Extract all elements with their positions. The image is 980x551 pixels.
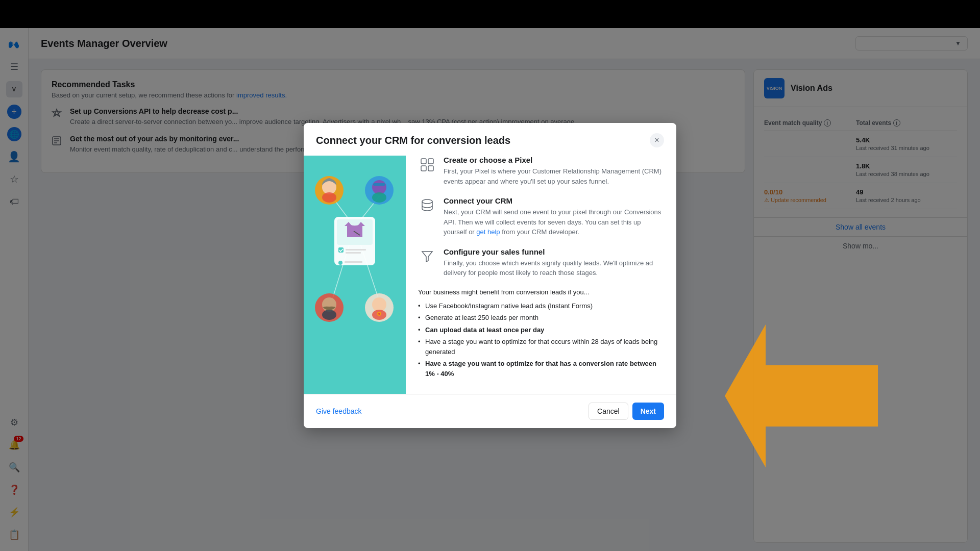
svg-rect-33 [421,166,426,171]
svg-point-14 [338,261,342,265]
step-desc-1: First, your Pixel is where your Customer… [444,166,664,186]
modal-close-button[interactable]: × [650,133,664,147]
step-title-2: Connect your CRM [444,196,664,205]
benefit-item-1: Use Facebook/Instagram native lead ads (… [418,300,664,312]
arrow-annotation [725,324,878,469]
step-desc-3: Finally, you choose which events signify… [444,258,664,278]
svg-rect-15 [345,261,362,263]
modal-step-2: Connect your CRM Next, your CRM will sen… [418,196,664,237]
svg-point-27 [372,297,386,312]
benefits-section: Your business might benefit from convers… [418,288,664,384]
step-content-3: Configure your sales funnel Finally, you… [444,247,664,278]
get-help-link[interactable]: get help [476,228,500,236]
svg-rect-21 [373,183,385,186]
step-content-1: Create or choose a Pixel First, your Pix… [444,156,664,186]
cancel-button[interactable]: Cancel [589,403,628,420]
modal-content-right: Create or choose a Pixel First, your Pix… [406,156,676,394]
next-button[interactable]: Next [632,403,664,420]
modal-header: Connect your CRM for conversion leads × [304,123,676,156]
svg-point-25 [322,310,336,320]
svg-rect-12 [346,249,366,251]
svg-point-35 [422,199,432,204]
step-title-3: Configure your sales funnel [444,247,664,256]
benefit-item-3: Can upload data at least once per day [418,324,664,336]
step-desc-2: Next, your CRM will send one event to yo… [444,207,664,237]
crm-modal: Connect your CRM for conversion leads × [304,123,676,428]
modal-title: Connect your CRM for conversion leads [316,135,510,146]
pixel-icon [418,156,436,174]
modal-step-1: Create or choose a Pixel First, your Pix… [418,156,664,186]
modal-body: Create or choose a Pixel First, your Pix… [304,156,676,394]
svg-rect-31 [421,159,426,164]
step-content-2: Connect your CRM Next, your CRM will sen… [444,196,664,237]
benefit-item-4: Have a stage you want to optimize for th… [418,336,664,358]
modal-step-3: Configure your sales funnel Finally, you… [418,247,664,278]
benefit-item-2: Generate at least 250 leads per month [418,312,664,324]
modal-actions: Cancel Next [589,403,664,420]
svg-point-30 [378,313,380,315]
svg-point-18 [322,192,336,203]
svg-rect-34 [428,166,433,171]
modal-illustration [304,156,406,394]
benefit-item-5: Have a stage you want to optimize for th… [418,358,664,380]
svg-point-22 [372,192,386,203]
svg-point-20 [372,180,386,194]
step-title-1: Create or choose a Pixel [444,156,664,164]
give-feedback-link[interactable]: Give feedback [316,407,362,415]
modal-overlay[interactable]: Connect your CRM for conversion leads × [0,0,980,551]
svg-marker-36 [725,324,878,467]
svg-rect-32 [428,159,433,164]
benefit-intro: Your business might benefit from convers… [418,288,664,296]
crm-connect-icon [418,196,436,215]
modal-footer: Give feedback Cancel Next [304,394,676,428]
funnel-icon [418,247,436,266]
svg-rect-13 [346,252,361,254]
svg-rect-11 [338,247,344,253]
benefit-list: Use Facebook/Instagram native lead ads (… [418,300,664,380]
